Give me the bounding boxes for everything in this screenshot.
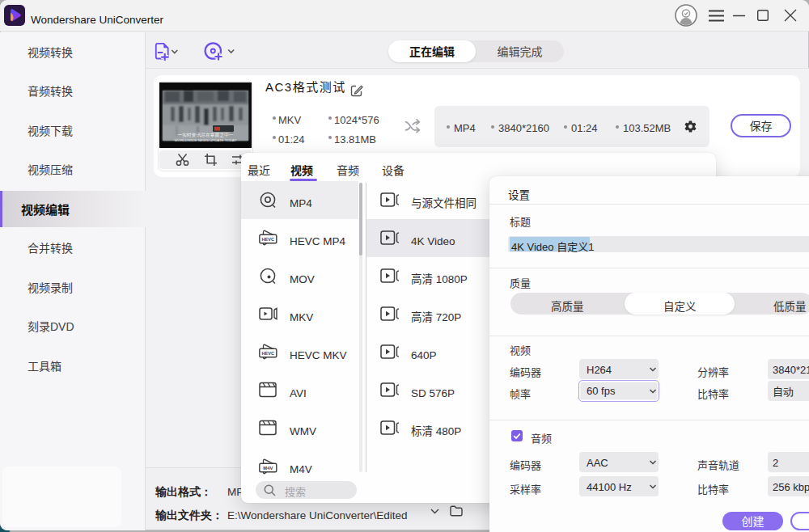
svg-text:WORLDWIDE NEWS UPDATE TODAY: WORLDWIDE NEWS UPDATE TODAY — [175, 138, 237, 142]
svg-text:HEVC: HEVC — [262, 237, 275, 242]
svg-text:HEVC: HEVC — [262, 351, 275, 356]
svg-text:M4V: M4V — [263, 466, 273, 471]
